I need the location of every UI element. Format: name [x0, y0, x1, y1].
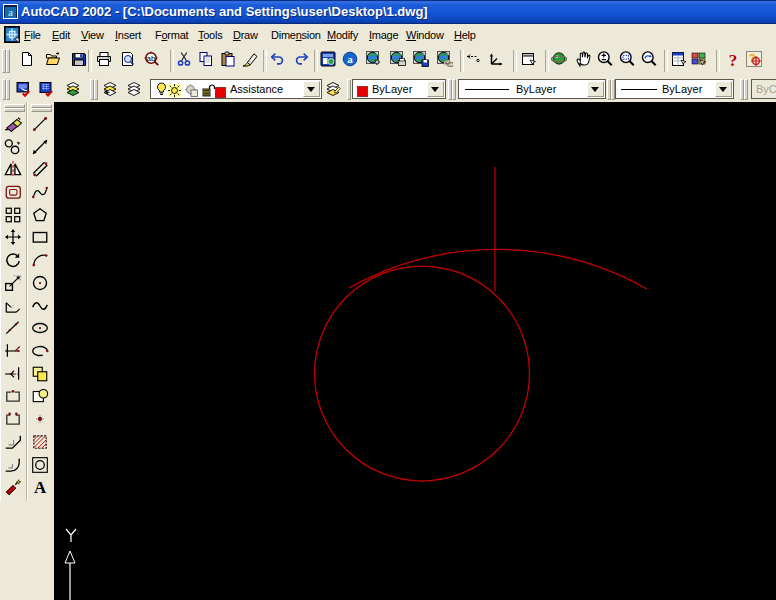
svg-text:a: a [8, 7, 13, 18]
svg-text:A: A [34, 478, 47, 496]
svg-text:ab: ab [147, 54, 156, 63]
svg-text:?: ? [729, 51, 738, 67]
svg-text:a: a [347, 53, 353, 65]
